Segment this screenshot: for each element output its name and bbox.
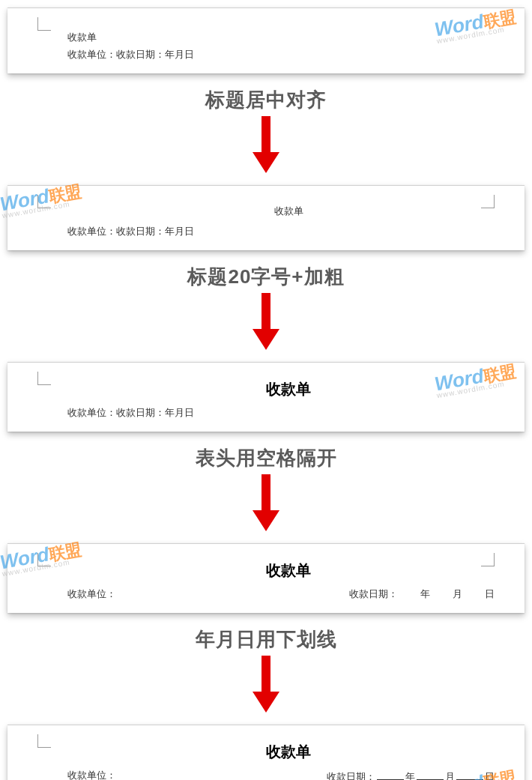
doc-title: 收款单: [67, 31, 510, 44]
arrow-icon: [0, 116, 532, 178]
doc-subline: 收款单位：收款日期：年月日: [67, 226, 510, 238]
step-label-2: 标题20字号+加粗: [0, 264, 532, 290]
doc-title: 收款单: [67, 379, 510, 399]
panel-step4: Word联盟 www.wordlm.com 收款单 收款单位： 收款日期：年月日: [7, 725, 525, 780]
corner-mark: [37, 372, 51, 385]
panel-step3: Word联盟 www.wordlm.com 收款单 收款单位： 收款日期：年月日: [7, 543, 525, 613]
corner-mark: [37, 553, 51, 566]
arrow-icon: [0, 293, 532, 354]
svg-rect-6: [262, 656, 270, 692]
doc-subline: 收款单位： 收款日期：年月日: [67, 770, 510, 780]
doc-title: 收款单: [67, 742, 510, 762]
doc-subline: 收款单位： 收款日期：年月日: [67, 588, 510, 601]
date-label: 收款日期：年月日: [349, 588, 510, 601]
panel-step0: Word联盟 www.wordlm.com 收款单 收款单位：收款日期：年月日: [7, 7, 525, 73]
svg-rect-4: [262, 474, 270, 510]
corner-mark: [37, 195, 51, 208]
step-label-1: 标题居中对齐: [0, 87, 532, 113]
doc-title: 收款单: [67, 560, 510, 581]
svg-rect-0: [262, 116, 270, 152]
corner-mark: [481, 553, 495, 566]
arrow-icon: [0, 474, 532, 536]
corner-mark: [37, 734, 51, 748]
doc-subline: 收款单位：收款日期：年月日: [67, 49, 510, 61]
svg-marker-5: [253, 510, 279, 531]
panel-step2: Word联盟 www.wordlm.com 收款单 收款单位：收款日期：年月日: [7, 362, 525, 432]
arrow-icon: [0, 656, 532, 717]
panel-step1: Word联盟 www.wordlm.com 收款单 收款单位：收款日期：年月日: [7, 185, 525, 250]
svg-marker-7: [253, 692, 279, 713]
unit-label: 收款单位：: [67, 770, 116, 780]
svg-rect-2: [262, 293, 270, 329]
date-label: 收款日期：年月日: [327, 770, 510, 780]
doc-subline: 收款单位：收款日期：年月日: [67, 407, 510, 420]
svg-marker-1: [253, 152, 279, 173]
doc-title: 收款单: [67, 205, 510, 218]
step-label-4: 年月日用下划线: [0, 626, 532, 653]
unit-label: 收款单位：: [67, 588, 116, 601]
corner-mark: [481, 195, 495, 208]
svg-marker-3: [253, 329, 279, 350]
corner-mark: [37, 17, 51, 31]
step-label-3: 表头用空格隔开: [0, 445, 532, 471]
